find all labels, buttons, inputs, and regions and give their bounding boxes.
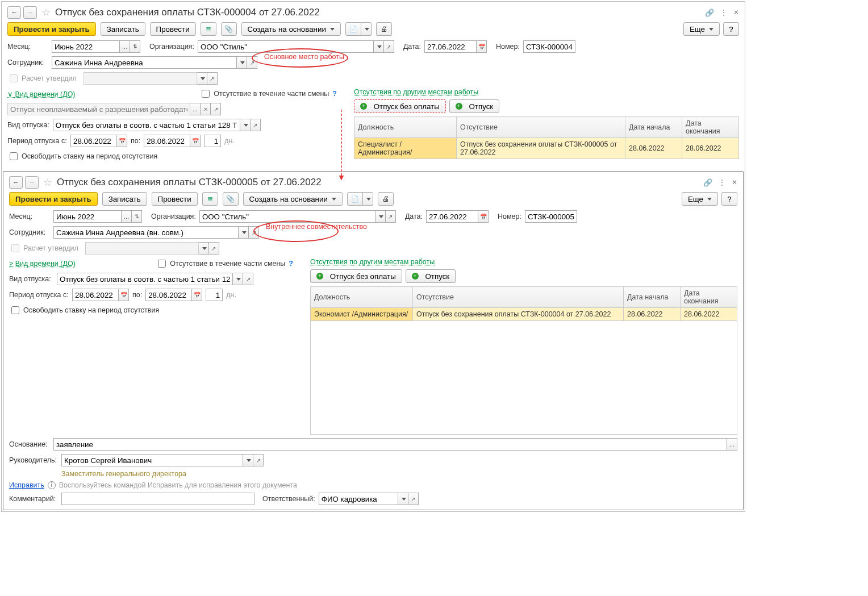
write-button[interactable]: Записать [101,22,145,36]
responsible-dropdown-button[interactable] [398,493,408,505]
link-icon[interactable] [703,178,712,187]
part-shift-help-icon[interactable]: ? [289,260,293,268]
head-dropdown-button[interactable] [243,454,253,466]
more-button[interactable]: Еще [682,192,718,206]
fix-link[interactable]: Исправить [9,481,44,489]
post-close-button[interactable]: Провести и закрыть [9,192,98,206]
part-shift-checkbox[interactable]: Отсутствие в течение части смены [156,258,285,269]
table-row[interactable]: Экономист /Администрация/ Отпуск без сох… [311,308,737,321]
more-menu-icon[interactable] [718,178,726,187]
copy-button[interactable] [345,22,361,36]
nav-back-button[interactable]: ← [9,176,23,189]
print-button[interactable] [378,192,394,206]
month-input[interactable] [52,40,120,53]
org-open-button[interactable] [386,210,396,223]
link-icon[interactable] [705,9,714,17]
attachments-button[interactable] [223,192,239,206]
timekind-toggle[interactable]: ∨ Вид времени (ДО) [7,90,76,98]
add-leave-button[interactable]: + Отпуск [449,99,499,113]
add-leave-button[interactable]: + Отпуск [406,269,456,283]
month-spinner[interactable] [132,210,142,223]
period-from-picker-button[interactable] [119,289,129,301]
vac-type-input[interactable] [57,273,233,285]
close-icon[interactable] [733,9,739,16]
table-row[interactable]: Специалист /Администрация/ Отпуск без со… [354,138,739,159]
timekind-toggle[interactable]: > Вид времени (ДО) [9,260,76,268]
employee-dropdown-button[interactable] [239,226,249,239]
favorite-icon[interactable]: ☆ [43,176,52,189]
period-to-input[interactable] [145,289,192,301]
period-from-input[interactable] [70,135,117,147]
head-input[interactable] [61,454,243,466]
period-to-input[interactable] [144,135,190,147]
org-dropdown-button[interactable] [375,210,386,223]
date-picker-button[interactable] [477,40,487,53]
structure-button[interactable] [202,192,218,206]
other-places-head[interactable]: Отсутствия по другим местам работы [354,88,478,96]
timekind-open-button[interactable] [211,103,221,115]
post-button[interactable]: Провести [152,192,198,206]
employee-dropdown-button[interactable] [237,56,247,69]
period-from-input[interactable] [72,289,119,301]
vac-type-input[interactable] [53,119,240,131]
approve-checkbox: Расчет утвердил [9,243,78,254]
month-picker-button[interactable]: … [122,210,132,223]
part-shift-help-icon[interactable]: ? [332,90,337,98]
vac-type-open-button[interactable] [251,119,261,131]
employee-input[interactable] [53,226,239,239]
date-input[interactable] [424,40,477,53]
part-shift-checkbox[interactable]: Отсутствие в течение части смены [199,88,329,99]
org-open-button[interactable] [384,40,394,53]
help-button[interactable]: ? [721,192,737,206]
write-button[interactable]: Записать [102,192,147,206]
days-input[interactable] [206,289,223,301]
basis-input[interactable] [53,438,727,451]
month-spinner[interactable] [130,40,140,53]
other-places-head[interactable]: Отсутствия по другим местам работы [310,258,435,266]
attachments-button[interactable] [221,22,237,36]
period-to-picker-button[interactable] [192,289,202,301]
period-to-picker-button[interactable] [190,135,201,147]
vac-type-dropdown-button[interactable] [233,273,243,285]
close-icon[interactable] [732,178,737,186]
free-rate-checkbox[interactable]: Освободить ставку на период отсутствия [7,151,157,162]
other-places-table[interactable]: Должность Отсутствие Дата начала Дата ок… [354,116,739,159]
post-button[interactable]: Провести [150,22,196,36]
period-from-picker-button[interactable] [117,135,127,147]
comment-input[interactable] [61,493,254,505]
head-open-button[interactable] [253,454,264,466]
responsible-open-button[interactable] [408,493,419,505]
create-based-button[interactable]: Создать на основании [243,192,343,206]
month-input[interactable] [53,210,122,223]
print-button[interactable] [376,22,392,36]
add-unpaid-leave-button[interactable]: + Отпуск без оплаты [354,99,446,113]
employee-input[interactable] [52,56,237,69]
date-input[interactable] [426,210,478,223]
vac-type-dropdown-button[interactable] [240,119,251,131]
basis-picker-button[interactable]: … [727,438,737,451]
days-input[interactable] [204,135,221,147]
responsible-input[interactable] [319,493,398,505]
favorite-icon[interactable]: ☆ [41,6,51,19]
timekind-clear-button[interactable] [201,103,211,115]
copy-menu-button[interactable] [363,192,373,206]
post-close-button[interactable]: Провести и закрыть [7,22,96,36]
copy-button[interactable] [347,192,363,206]
help-button[interactable]: ? [723,22,739,36]
org-dropdown-button[interactable] [374,40,384,53]
vac-type-open-button[interactable] [243,273,253,285]
month-picker-button[interactable]: … [120,40,130,53]
nav-back-button[interactable]: ← [7,6,21,19]
create-based-button[interactable]: Создать на основании [241,22,341,36]
free-rate-checkbox[interactable]: Освободить ставку на период отсутствия [9,305,159,316]
more-button[interactable]: Еще [683,22,720,36]
number-input[interactable] [525,210,577,223]
more-menu-icon[interactable] [720,8,728,17]
timekind-picker-button[interactable]: … [190,103,201,115]
copy-menu-button[interactable] [361,22,372,36]
other-places-table[interactable]: Должность Отсутствие Дата начала Дата ок… [310,286,737,321]
structure-button[interactable] [201,22,216,36]
add-unpaid-leave-button[interactable]: + Отпуск без оплаты [310,269,402,283]
number-input[interactable] [523,40,575,53]
date-picker-button[interactable] [478,210,489,223]
